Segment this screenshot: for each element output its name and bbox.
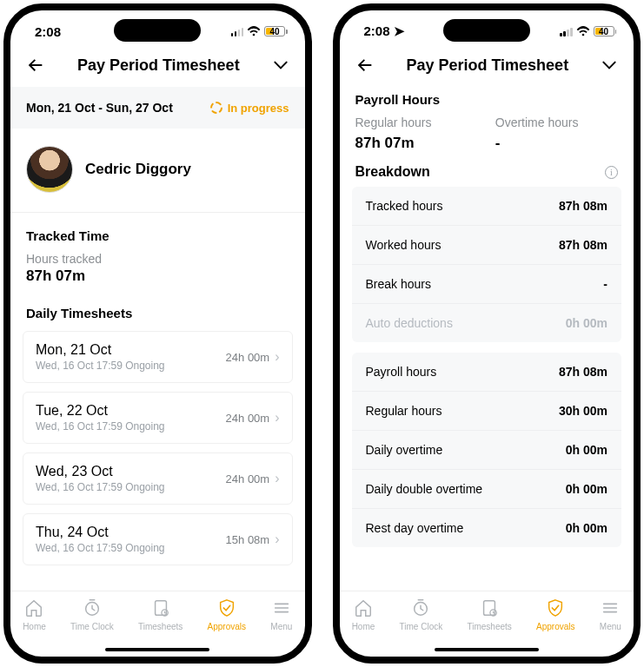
page-title: Pay Period Timesheet — [406, 56, 568, 75]
day-duration: 15h 08m — [226, 533, 270, 546]
breakdown-value: 0h 00m — [566, 316, 607, 330]
tab-label: Home — [23, 622, 46, 631]
date-range-banner: Mon, 21 Oct - Sun, 27 Oct In progress — [10, 87, 305, 129]
payroll-summary: Regular hours Overtime hours 87h 07m - — [340, 116, 634, 152]
breakdown-title: Breakdown — [355, 164, 430, 180]
tab-menu[interactable]: Menu — [270, 598, 292, 631]
breakdown-label: Tracked hours — [366, 199, 443, 213]
overtime-hours-value: - — [495, 135, 618, 152]
daily-timesheet-row[interactable]: Tue, 22 Oct Wed, 16 Oct 17:59 Ongoing 24… — [23, 392, 293, 444]
breakdown-group-1: Tracked hours87h 08mWorked hours87h 08mB… — [352, 187, 622, 342]
day-duration: 24h 00m — [226, 351, 270, 364]
tracked-time-section: Tracked Time Hours tracked 87h 07m — [10, 213, 305, 290]
breakdown-value: 87h 08m — [559, 365, 607, 379]
day-duration: 24h 00m — [226, 412, 270, 425]
menu-icon — [601, 598, 620, 619]
menu-icon — [272, 598, 291, 619]
approvals-icon — [546, 598, 565, 619]
home-icon — [24, 598, 43, 619]
daily-timesheets-list: Mon, 21 Oct Wed, 16 Oct 17:59 Ongoing 24… — [10, 331, 305, 574]
timesheets-icon — [480, 598, 499, 619]
breakdown-row: Auto deductions0h 00m — [352, 304, 622, 342]
breakdown-label: Payroll hours — [366, 365, 437, 379]
chevron-right-icon: › — [275, 532, 279, 547]
tab-label: Time Clock — [70, 622, 114, 631]
date-range: Mon, 21 Oct - Sun, 27 Oct — [26, 101, 173, 115]
day-date: Tue, 22 Oct — [36, 403, 165, 419]
day-duration: 24h 00m — [226, 472, 270, 485]
nav-bar: Pay Period Timesheet — [340, 52, 634, 87]
breakdown-value: 30h 00m — [559, 404, 607, 418]
breakdown-value: 0h 00m — [566, 482, 607, 496]
daily-timesheet-row[interactable]: Wed, 23 Oct Wed, 16 Oct 17:59 Ongoing 24… — [23, 452, 293, 505]
tab-approvals[interactable]: Approvals — [536, 598, 574, 631]
tab-label: Menu — [600, 622, 621, 631]
chevron-right-icon: › — [275, 410, 279, 426]
overtime-hours-label: Overtime hours — [495, 116, 618, 129]
tab-menu[interactable]: Menu — [600, 598, 621, 631]
breakdown-label: Rest day overtime — [366, 521, 464, 535]
chevron-down-icon[interactable] — [272, 56, 289, 74]
tab-timeclock[interactable]: Time Clock — [400, 598, 443, 631]
payroll-hours-title: Payroll Hours — [355, 92, 619, 107]
daily-timesheet-row[interactable]: Mon, 21 Oct Wed, 16 Oct 17:59 Ongoing 24… — [23, 331, 293, 383]
avatar — [26, 146, 73, 193]
tab-home[interactable]: Home — [352, 598, 375, 631]
breakdown-row: Worked hours87h 08m — [352, 226, 622, 265]
tab-label: Approvals — [536, 622, 574, 631]
tab-timesheets[interactable]: Timesheets — [138, 598, 183, 631]
page-title: Pay Period Timesheet — [77, 56, 240, 75]
tab-label: Timesheets — [138, 622, 183, 631]
progress-label: In progress — [228, 102, 289, 115]
back-icon[interactable] — [355, 56, 375, 75]
timesheets-icon — [151, 598, 170, 619]
tab-timeclock[interactable]: Time Clock — [70, 598, 114, 631]
day-subtitle: Wed, 16 Oct 17:59 Ongoing — [36, 542, 165, 554]
breakdown-label: Daily double overtime — [366, 482, 483, 496]
chevron-down-icon[interactable] — [601, 56, 618, 74]
employee-name: Cedric Diggory — [85, 161, 191, 178]
breakdown-row: Daily overtime0h 00m — [352, 431, 622, 470]
chevron-right-icon: › — [275, 349, 279, 365]
breakdown-value: 0h 00m — [566, 521, 607, 535]
notch — [114, 19, 201, 42]
battery-icon: 40 — [594, 26, 617, 36]
status-badge: In progress — [210, 102, 289, 115]
employee-header: Cedric Diggory — [10, 129, 305, 213]
notch — [443, 19, 530, 42]
back-icon[interactable] — [26, 56, 45, 75]
regular-hours-label: Regular hours — [355, 116, 478, 129]
tab-timesheets[interactable]: Timesheets — [467, 598, 511, 631]
info-icon[interactable]: i — [605, 166, 618, 179]
nav-bar: Pay Period Timesheet — [10, 52, 305, 87]
breakdown-row: Rest day overtime0h 00m — [352, 509, 622, 547]
chevron-right-icon: › — [275, 471, 279, 486]
breakdown-label: Worked hours — [366, 238, 442, 252]
daily-timesheet-row[interactable]: Thu, 24 Oct Wed, 16 Oct 17:59 Ongoing 15… — [23, 513, 293, 565]
location-icon: ➤ — [394, 23, 405, 39]
cellular-icon — [560, 27, 573, 36]
day-date: Mon, 21 Oct — [36, 342, 165, 358]
phone-left: 2:08 40 Pay Period Timesheet Mon, 21 Oct… — [3, 3, 312, 664]
home-indicator — [435, 648, 539, 651]
wifi-icon — [247, 26, 261, 36]
day-subtitle: Wed, 16 Oct 17:59 Ongoing — [36, 481, 165, 493]
phone-right: 2:08 ➤ 40 Pay Period Timesheet Payroll H… — [333, 3, 641, 664]
tab-approvals[interactable]: Approvals — [208, 598, 246, 631]
day-subtitle: Wed, 16 Oct 17:59 Ongoing — [36, 420, 165, 433]
day-date: Thu, 24 Oct — [36, 525, 165, 540]
tab-label: Approvals — [208, 622, 246, 631]
regular-hours-value: 87h 07m — [355, 135, 478, 152]
breakdown-row: Regular hours30h 00m — [352, 392, 622, 431]
breakdown-label: Daily overtime — [366, 443, 443, 457]
tab-home[interactable]: Home — [23, 598, 46, 631]
home-indicator — [105, 648, 209, 651]
breakdown-group-2: Payroll hours87h 08mRegular hours30h 00m… — [352, 353, 622, 547]
day-date: Wed, 23 Oct — [36, 464, 165, 479]
tab-label: Home — [352, 622, 375, 631]
breakdown-value: 87h 08m — [559, 199, 607, 213]
tab-label: Timesheets — [467, 622, 511, 631]
breakdown-label: Regular hours — [366, 404, 442, 418]
home-icon — [354, 598, 373, 619]
tab-bar: HomeTime ClockTimesheetsApprovalsMenu — [10, 591, 305, 657]
